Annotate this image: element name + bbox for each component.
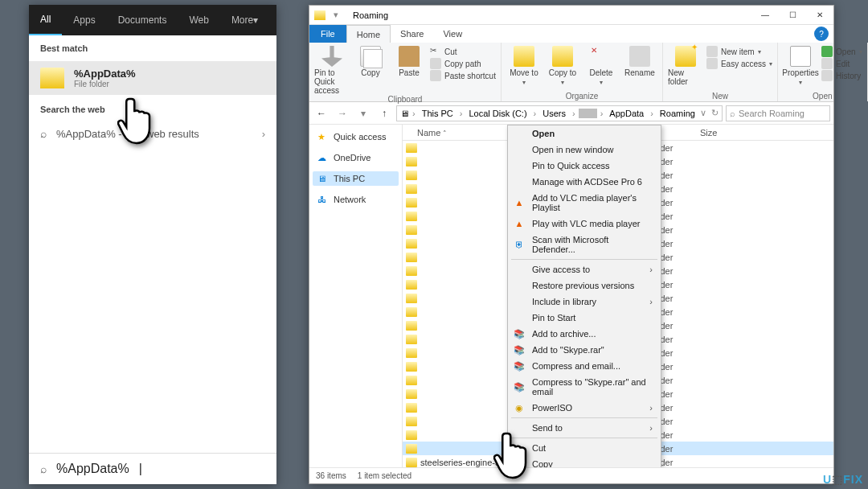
pin-quick-access-button[interactable]: Pin to Quick access [314,46,350,95]
paste-shortcut-button[interactable]: Paste shortcut [430,70,496,81]
ribbon-tab-file[interactable]: File [309,25,346,43]
navigation-pane: ★Quick access ☁OneDrive 🖥This PC 🖧Networ… [309,125,403,467]
address-bar: ← → ▾ ↑ 🖥 This PC Local Disk (C:) Users … [309,102,833,125]
result-subtitle: File folder [74,80,136,88]
windows-search-panel: All Apps Documents Web More ▾ Best match… [29,5,276,484]
dropdown-icon[interactable]: ▾ [330,10,342,21]
copy-path-button[interactable]: Copy path [430,58,496,69]
ctx-compress-email[interactable]: 📚Compress and email... [508,358,661,374]
edit-button[interactable]: Edit [821,58,862,69]
easy-access-button[interactable]: Easy access [706,58,772,69]
context-menu: Open Open in new window Pin to Quick acc… [507,125,661,467]
ribbon-group-label: Open [783,92,862,101]
ribbon-tab-home[interactable]: Home [346,25,391,43]
ribbon-group-label: Organize [506,92,657,101]
ctx-open[interactable]: Open [508,125,661,142]
new-item-button[interactable]: New item [706,46,772,57]
ctx-restore[interactable]: Restore previous versions [508,277,661,294]
folder-icon [40,68,64,88]
vlc-icon: ▲ [513,197,526,208]
ctx-add-skype-rar[interactable]: 📚Add to "Skype.rar" [508,342,661,358]
winrar-icon: 📚 [513,344,526,355]
close-button[interactable]: ✕ [806,6,833,25]
search-tab-all[interactable]: All [29,5,62,35]
search-input-value: %AppData% [56,462,129,476]
minimize-button[interactable]: — [751,6,779,25]
watermark: U⬚FIX [823,473,863,486]
window-title: Roaming [346,10,751,20]
ctx-open-new-window[interactable]: Open in new window [508,142,661,158]
move-to-button[interactable]: Move to [506,46,542,86]
back-button[interactable]: ← [313,108,330,119]
search-tab-more[interactable]: More ▾ [220,5,269,35]
ribbon-group-label: New [668,92,772,101]
shield-icon: ⛨ [513,239,526,250]
ctx-vlc-play[interactable]: ▲Play with VLC media player [508,216,661,232]
ctx-pin-start[interactable]: Pin to Start [508,310,661,326]
delete-button[interactable]: ✕Delete [583,46,619,86]
titlebar[interactable]: ▾ Roaming — ☐ ✕ [309,6,833,25]
nav-quick-access[interactable]: ★Quick access [313,129,399,144]
search-web-row[interactable]: ⌕ %AppData% - See web results › [29,119,276,148]
ribbon: Pin to Quick access Copy Paste ✂Cut Copy… [309,43,833,102]
search-icon: ⌕ [40,462,47,475]
nav-onedrive[interactable]: ☁OneDrive [313,150,399,165]
open-button[interactable]: Open [821,46,862,57]
nav-network[interactable]: 🖧Network [313,192,399,207]
ctx-send-to[interactable]: Send to [508,420,661,436]
poweriso-icon: ◉ [513,402,526,413]
status-selected: 1 item selected [358,471,411,480]
web-result-text: %AppData% - See web results [56,128,199,140]
up-button[interactable]: ↑ [375,108,393,119]
breadcrumb[interactable]: 🖥 This PC Local Disk (C:) Users AppData … [396,105,723,121]
history-button[interactable]: History [821,70,862,81]
ctx-give-access[interactable]: Give access to [508,261,661,277]
search-tab-apps[interactable]: Apps [62,5,106,35]
winrar-icon: 📚 [513,328,526,339]
search-icon: ⌕ [730,109,735,118]
search-tab-documents[interactable]: Documents [107,5,178,35]
search-tab-web[interactable]: Web [178,5,219,35]
redacted-username [579,109,597,118]
ribbon-tabs: File Home Share View ? [309,25,833,43]
ctx-acdsee[interactable]: Manage with ACDSee Pro 6 [508,174,661,190]
ctx-add-archive[interactable]: 📚Add to archive... [508,326,661,342]
status-bar: 36 items 1 item selected [309,467,833,483]
help-icon[interactable]: ? [814,27,829,41]
file-list-pane: Name Date modified Type Size 9 9:14 PMFi… [403,125,833,467]
pc-icon: 🖥 [400,109,409,118]
cut-button[interactable]: ✂Cut [430,46,496,57]
ctx-include-library[interactable]: Include in library [508,294,661,310]
best-match-header: Best match [29,35,276,61]
vlc-icon: ▲ [513,218,526,229]
ctx-compress-skype-email[interactable]: 📚Compress to "Skype.rar" and email [508,374,661,400]
search-tabs: All Apps Documents Web More ▾ [29,5,276,35]
maximize-button[interactable]: ☐ [779,6,806,25]
file-explorer-window: ▾ Roaming — ☐ ✕ File Home Share View ? P… [309,5,834,484]
ctx-poweriso[interactable]: ◉PowerISO [508,400,661,416]
search-input[interactable]: ⌕ %AppData% [29,453,276,484]
properties-button[interactable]: Properties [783,46,818,86]
winrar-icon: 📚 [513,360,526,372]
copy-to-button[interactable]: Copy to [545,46,580,86]
rename-button[interactable]: Rename [622,46,657,77]
ribbon-tab-share[interactable]: Share [391,25,433,43]
ctx-vlc-add[interactable]: ▲Add to VLC media player's Playlist [508,190,661,216]
chevron-right-icon: › [262,128,265,140]
forward-button[interactable]: → [334,108,351,119]
ctx-defender[interactable]: ⛨Scan with Microsoft Defender... [508,232,661,257]
new-folder-button[interactable]: New folder [668,46,703,86]
paste-button[interactable]: Paste [391,46,427,77]
recent-button[interactable]: ▾ [354,108,372,119]
ribbon-tab-view[interactable]: View [433,25,472,43]
ctx-cut[interactable]: Cut [508,440,661,456]
status-item-count: 36 items [316,471,346,480]
search-box[interactable]: ⌕ Search Roaming [726,105,830,121]
search-result-appdata[interactable]: %AppData% File folder [29,61,276,95]
ctx-copy[interactable]: Copy [508,456,661,467]
search-icon: ⌕ [40,127,47,140]
copy-button[interactable]: Copy [353,46,388,77]
nav-this-pc[interactable]: 🖥This PC [313,171,399,186]
ctx-pin-quick-access[interactable]: Pin to Quick access [508,158,661,174]
winrar-icon: 📚 [513,381,526,392]
